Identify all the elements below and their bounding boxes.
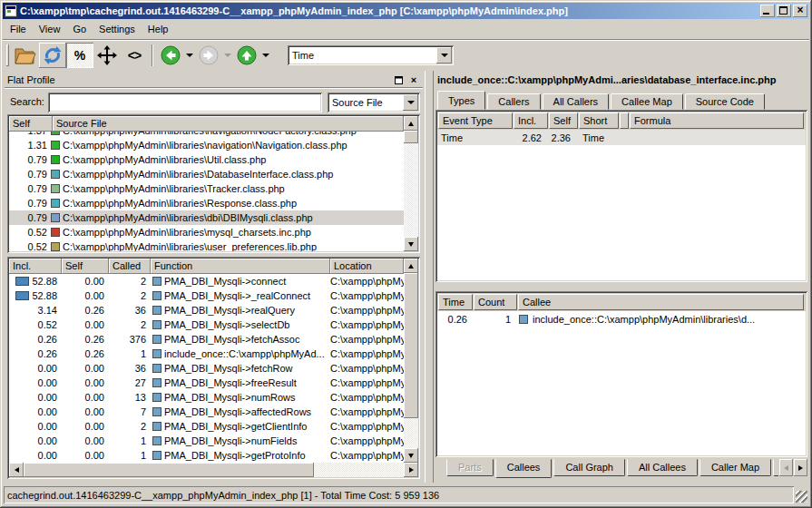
maximize-button[interactable] bbox=[777, 5, 791, 17]
file-row[interactable]: 0.79 C:\xampp\phpMyAdmin\libraries\Util.… bbox=[9, 152, 404, 167]
function-row[interactable]: 3.14 0.26 36 PMA_DBI_Mysqli->realQuery C… bbox=[9, 303, 404, 318]
detail-tab[interactable]: Source Code bbox=[685, 93, 765, 110]
function-row[interactable]: 0.00 0.00 1 PMA_DBI_Mysqli->numFields C:… bbox=[9, 434, 404, 448]
detail-bottom-tab[interactable]: Caller Map bbox=[699, 459, 771, 476]
column-header-called[interactable]: Called bbox=[109, 259, 151, 274]
dock-title-bar[interactable]: Flat Profile × bbox=[5, 73, 423, 88]
file-row[interactable]: 0.79 C:\xampp\phpMyAdmin\libraries\Track… bbox=[9, 181, 404, 196]
dock-float-button[interactable] bbox=[392, 74, 405, 86]
detail-tab[interactable]: All Callers bbox=[543, 93, 610, 110]
scroll-left-button[interactable] bbox=[9, 463, 24, 477]
reload-button[interactable] bbox=[39, 43, 66, 68]
menu-item[interactable]: Settings bbox=[93, 21, 142, 37]
scrollbar-track[interactable] bbox=[404, 418, 418, 448]
function-row[interactable]: 0.00 0.00 1 PMA_DBI_Mysqli->getProtoInfo… bbox=[9, 448, 404, 463]
toolbar-grip[interactable] bbox=[6, 44, 9, 66]
menu-item[interactable]: View bbox=[33, 21, 67, 37]
event-type-dropdown-button[interactable] bbox=[436, 47, 452, 64]
back-history-dropdown[interactable] bbox=[184, 43, 195, 68]
menu-item[interactable]: Go bbox=[66, 21, 93, 37]
function-list-hscrollbar[interactable] bbox=[9, 463, 418, 477]
dock-close-button[interactable]: × bbox=[407, 74, 420, 86]
scrollbar-track[interactable] bbox=[404, 143, 418, 237]
menu-item[interactable]: Help bbox=[142, 21, 175, 37]
function-row[interactable]: 0.52 0.00 2 PMA_DBI_Mysqli->selectDb C:\… bbox=[9, 318, 404, 332]
file-list-vscrollbar[interactable] bbox=[404, 116, 418, 251]
column-header-self[interactable]: Self bbox=[549, 112, 578, 129]
minimize-button[interactable] bbox=[760, 5, 775, 17]
title-bar[interactable]: C:\xampp\tmp\cachegrind.out.1416463299-C… bbox=[3, 3, 809, 19]
tabs-scroll-right-button[interactable] bbox=[794, 459, 807, 476]
relative-cost-button[interactable] bbox=[93, 43, 121, 68]
file-row[interactable]: 0.79 C:\xampp\phpMyAdmin\libraries\Respo… bbox=[9, 196, 404, 210]
file-row[interactable]: 1.37 C:\xampp\phpMyAdmin\libraries\navig… bbox=[9, 132, 404, 138]
shorten-templates-button[interactable]: <> bbox=[121, 43, 148, 68]
file-row[interactable]: 1.31 C:\xampp\phpMyAdmin\libraries\navig… bbox=[9, 138, 404, 152]
up-button[interactable] bbox=[233, 43, 260, 68]
function-icon bbox=[152, 436, 161, 445]
up-history-dropdown[interactable] bbox=[260, 43, 271, 68]
function-row[interactable]: 0.00 0.00 36 PMA_DBI_Mysqli->fetchRow C:… bbox=[9, 361, 404, 376]
column-header-function[interactable]: Function bbox=[151, 259, 330, 274]
event-type-selector[interactable]: Time bbox=[288, 45, 454, 65]
forward-button[interactable] bbox=[195, 43, 222, 68]
scrollbar-track[interactable] bbox=[314, 463, 404, 477]
column-header-short[interactable]: Short bbox=[579, 112, 619, 129]
file-row[interactable]: 0.52 C:\xampp\phpMyAdmin\libraries\user_… bbox=[9, 239, 404, 251]
scrollbar-thumb[interactable] bbox=[24, 463, 314, 477]
group-by-dropdown-button[interactable] bbox=[403, 94, 418, 111]
function-row[interactable]: 0.00 0.00 7 PMA_DBI_Mysqli->affectedRows… bbox=[9, 405, 404, 419]
resize-grip[interactable] bbox=[796, 491, 807, 503]
open-file-button[interactable] bbox=[12, 43, 39, 68]
file-row[interactable]: 0.79 C:\xampp\phpMyAdmin\libraries\Datab… bbox=[9, 167, 404, 181]
panel-splitter[interactable] bbox=[425, 71, 434, 483]
detail-bottom-tab[interactable]: Callees bbox=[495, 459, 553, 478]
file-row[interactable]: 0.79 C:\xampp\phpMyAdmin\libraries\dbi\D… bbox=[9, 210, 404, 225]
column-header-callee[interactable]: Callee bbox=[518, 294, 804, 310]
scroll-up-button[interactable] bbox=[404, 259, 418, 273]
detail-bottom-tab[interactable]: All Callees bbox=[627, 459, 698, 476]
column-header-self[interactable]: Self bbox=[9, 116, 53, 132]
detail-bottom-tab[interactable]: Machine bbox=[773, 459, 778, 476]
function-row[interactable]: 0.00 0.00 13 PMA_DBI_Mysqli->numRows C:\… bbox=[9, 390, 404, 405]
detail-tab[interactable]: Callee Map bbox=[611, 93, 683, 110]
scroll-down-button[interactable] bbox=[404, 448, 418, 463]
detail-tab[interactable]: Types bbox=[437, 91, 485, 110]
percent-toggle-button[interactable]: % bbox=[66, 43, 93, 68]
column-header-location[interactable]: Location bbox=[330, 259, 404, 274]
file-row[interactable]: 0.52 C:\xampp\phpMyAdmin\libraries\mysql… bbox=[9, 225, 404, 239]
scrollbar-thumb[interactable] bbox=[404, 131, 418, 143]
function-row[interactable]: 0.26 0.26 376 PMA_DBI_Mysqli->fetchAssoc… bbox=[9, 332, 404, 347]
detail-bottom-tab[interactable]: Parts bbox=[446, 459, 494, 476]
detail-bottom-tab[interactable]: Call Graph bbox=[553, 459, 625, 476]
search-input[interactable] bbox=[48, 93, 322, 112]
back-button[interactable] bbox=[157, 43, 184, 68]
column-header-formula[interactable]: Formula bbox=[630, 112, 804, 129]
function-row[interactable]: 0.26 0.26 1 include_once::C:\xampp\phpMy… bbox=[9, 347, 404, 361]
scroll-right-button[interactable] bbox=[404, 463, 418, 477]
function-row[interactable]: 52.88 0.00 2 PMA_DBI_Mysqli->_realConnec… bbox=[9, 288, 404, 303]
column-header-incl[interactable]: Incl. bbox=[514, 112, 548, 129]
function-list-vscrollbar[interactable] bbox=[404, 259, 418, 463]
scrollbar-thumb[interactable] bbox=[404, 273, 418, 418]
menu-item[interactable]: File bbox=[4, 21, 33, 37]
column-header-blank[interactable] bbox=[620, 112, 629, 129]
function-row[interactable]: 0.00 0.00 2 PMA_DBI_Mysqli->getClientInf… bbox=[9, 419, 404, 434]
column-header-source-file[interactable]: Source File bbox=[53, 116, 404, 132]
event-type-row[interactable]: Time 2.62 2.36 Time bbox=[437, 130, 806, 145]
scroll-up-button[interactable] bbox=[404, 116, 418, 131]
close-button[interactable]: × bbox=[793, 5, 807, 17]
function-row[interactable]: 0.00 0.00 27 PMA_DBI_Mysqli->freeResult … bbox=[9, 376, 404, 390]
column-header-event-type[interactable]: Event Type bbox=[438, 112, 513, 129]
callee-row[interactable]: 0.26 1 include_once::C:\xampp\phpMyAdmin… bbox=[437, 311, 806, 327]
column-header-self[interactable]: Self bbox=[62, 259, 109, 274]
forward-history-dropdown[interactable] bbox=[222, 43, 233, 68]
tabs-scroll-left-button[interactable] bbox=[779, 459, 793, 476]
scroll-down-button[interactable] bbox=[404, 237, 418, 251]
column-header-count[interactable]: Count bbox=[474, 294, 517, 310]
group-by-selector[interactable]: Source File bbox=[328, 93, 420, 112]
column-header-time[interactable]: Time bbox=[438, 294, 473, 310]
column-header-incl[interactable]: Incl. bbox=[9, 259, 62, 274]
function-row[interactable]: 52.88 0.00 2 PMA_DBI_Mysqli->connect C:\… bbox=[9, 274, 404, 288]
detail-tab[interactable]: Callers bbox=[487, 93, 540, 110]
